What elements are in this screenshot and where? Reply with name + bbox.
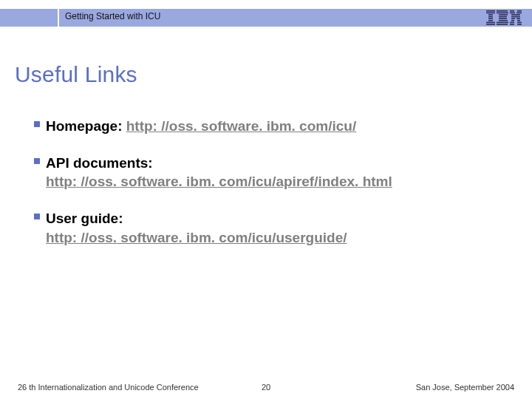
api-docs-link[interactable]: http: //oss. software. ibm. com/icu/apir… xyxy=(46,174,392,189)
svg-rect-8 xyxy=(497,10,508,12)
svg-rect-22 xyxy=(511,16,520,18)
svg-rect-16 xyxy=(510,10,514,12)
svg-rect-10 xyxy=(499,14,508,16)
bullet-item: User guide: http: //oss. software. ibm. … xyxy=(34,209,507,247)
svg-rect-7 xyxy=(486,24,495,25)
bullet-list: Homepage: http: //oss. software. ibm. co… xyxy=(34,117,507,265)
bullet-label: Homepage: xyxy=(46,118,126,134)
bullet-item: API documents: http: //oss. software. ib… xyxy=(34,154,507,191)
ibm-logo-icon xyxy=(486,10,522,25)
bullet-item: Homepage: http: //oss. software. ibm. co… xyxy=(34,117,507,136)
svg-rect-27 xyxy=(510,22,514,24)
svg-rect-18 xyxy=(510,13,515,14)
svg-rect-20 xyxy=(511,14,516,16)
svg-rect-24 xyxy=(516,18,520,19)
svg-rect-21 xyxy=(516,14,520,16)
slide-title: Useful Links xyxy=(15,62,137,87)
svg-rect-14 xyxy=(497,22,508,24)
svg-rect-2 xyxy=(488,14,493,16)
footer-right: San Jose, September 2004 xyxy=(416,383,514,392)
svg-rect-15 xyxy=(497,24,508,25)
footer: 26 th Internationalization and Unicode C… xyxy=(0,377,532,392)
svg-rect-26 xyxy=(517,20,520,21)
svg-rect-11 xyxy=(499,16,507,18)
svg-rect-5 xyxy=(488,20,493,21)
svg-rect-17 xyxy=(517,10,522,12)
svg-rect-0 xyxy=(486,10,495,12)
user-guide-link[interactable]: http: //oss. software. ibm. com/icu/user… xyxy=(46,230,347,245)
svg-rect-3 xyxy=(488,16,493,18)
svg-rect-28 xyxy=(517,22,522,24)
homepage-link[interactable]: http: //oss. software. ibm. com/icu/ xyxy=(126,118,356,134)
bullet-label: User guide: xyxy=(46,211,123,226)
svg-rect-13 xyxy=(499,20,508,21)
slide: Getting Started with ICU xyxy=(0,0,532,399)
bullet-label: API documents: xyxy=(46,155,153,171)
svg-rect-25 xyxy=(511,20,514,21)
svg-rect-1 xyxy=(486,13,495,14)
svg-rect-9 xyxy=(497,13,508,14)
header-subtitle: Getting Started with ICU xyxy=(65,11,160,21)
svg-rect-19 xyxy=(516,13,522,14)
header-band: Getting Started with ICU xyxy=(0,9,532,27)
svg-rect-4 xyxy=(488,18,493,19)
svg-rect-23 xyxy=(511,18,515,19)
header-divider xyxy=(58,9,59,27)
svg-rect-29 xyxy=(510,24,514,25)
svg-rect-6 xyxy=(486,22,495,24)
svg-rect-30 xyxy=(517,24,522,25)
svg-rect-12 xyxy=(499,18,507,19)
